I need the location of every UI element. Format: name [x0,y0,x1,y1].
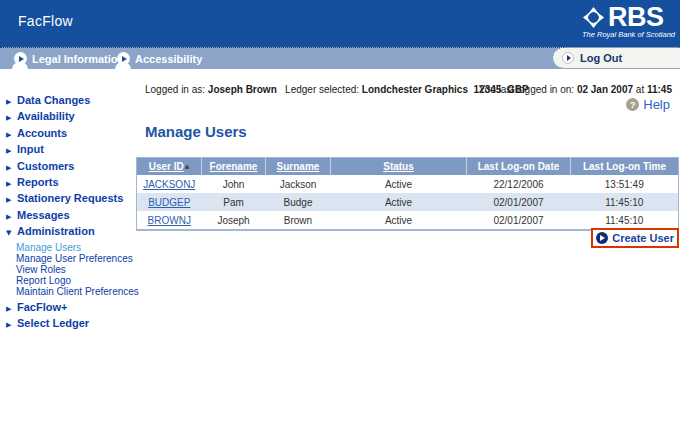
arrow-right-icon: ▶ [6,128,13,142]
sidebar-item-facflow-plus[interactable]: ▶FacFlow+ [6,300,136,316]
user-id-link[interactable]: BUDGEP [148,197,190,208]
create-user-label: Create User [612,232,674,244]
sidebar-item-data-changes[interactable]: ▶Data Changes [6,93,136,109]
sidebar-item-label: Customers [17,159,74,173]
sidebar-item-reports[interactable]: ▶Reports [6,175,136,191]
column-header-label: Last Log-on Date [478,161,560,172]
last-login-time: 11:45 [647,84,672,95]
surname-cell: Brown [266,211,331,230]
help-label: Help [643,97,670,112]
sidebar-item-label: Accounts [17,126,67,140]
sidebar-item-customers[interactable]: ▶Customers [6,159,136,175]
column-header-label: Surname [277,161,320,172]
column-header-label: Status [383,161,414,172]
ledger-label: Ledger selected: [285,84,359,95]
logged-in-value: Joseph Brown [208,84,277,95]
forename-cell: Pam [202,193,266,211]
column-header-user-id[interactable]: User ID▲ [137,158,202,176]
column-header-label: User ID [149,161,184,172]
user-id-link[interactable]: JACKSONJ [143,179,195,190]
arrow-right-icon: ▶ [6,177,13,191]
sidebar-item-stationery-requests[interactable]: ▶Stationery Requests [6,191,136,207]
column-header-label: Forename [210,161,258,172]
sidebar-item-messages[interactable]: ▶Messages [6,208,136,224]
forename-cell: John [202,175,266,193]
sidebar-item-availability[interactable]: ▶Availability [6,109,136,125]
last-logon-date-cell: 02/01/2007 [467,193,571,211]
sidebar-item-select-ledger[interactable]: ▶Select Ledger [6,316,136,332]
nav-item-label: Legal Information [32,53,124,65]
administration-submenu: Manage Users Manage User Preferences Vie… [16,242,136,297]
app-title: FacFlow [18,13,73,29]
help-icon: ? [626,98,639,111]
nav-item-accessibility[interactable]: Accessibility [117,48,202,69]
brand-name: RBS [608,4,664,30]
status-cell: Active [331,211,467,230]
column-header-label: Last Log-on Time [583,161,666,172]
column-header-last-logon-time: Last Log-on Time [571,158,679,176]
sort-asc-icon: ▲ [185,162,190,169]
arrow-right-icon: ▶ [6,318,13,332]
sidebar-item-label: Data Changes [17,93,90,107]
arrow-right-icon: ▶ [6,95,13,109]
sidebar-item-label: Input [17,142,44,156]
user-id-link[interactable]: BROWNJ [148,215,191,226]
facflow-page: FacFlow RBS The Royal Bank of Scotland [0,0,680,446]
logged-in-label: Logged in as: [145,84,205,95]
sidebar-item-label: Messages [17,208,70,222]
session-status: Logged in as: Joseph Brown Ledger select… [145,84,529,95]
last-login-status: You last logged in on: 02 Jan 2007 at 11… [479,84,672,95]
sidebar-item-label: Administration [17,224,95,238]
status-cell: Active [331,175,467,193]
last-login-date: 02 Jan 2007 [577,84,633,95]
column-header-surname[interactable]: Surname [266,158,331,176]
sidebar-item-label: Reports [17,175,59,189]
sidebar-subitem-manage-user-preferences[interactable]: Manage User Preferences [16,253,136,264]
forename-cell: Joseph [202,211,266,230]
sidebar-subitem-view-roles[interactable]: View Roles [16,264,136,275]
sidebar-item-label: Availability [17,109,75,123]
last-login-label: You last logged in on: [479,84,574,95]
nav-item-legal-information[interactable]: Legal Information [14,48,124,69]
sidebar-item-label: Stationery Requests [17,191,123,205]
table-header-row: User ID▲ Forename Surname Status Last Lo… [137,158,679,176]
page-title: Manage Users [145,123,247,140]
logout-button[interactable]: Log Out [553,47,680,68]
arrow-right-icon [596,232,608,244]
last-logon-time-cell: 13:51:49 [571,175,679,193]
arrow-right-icon: ▶ [6,161,13,175]
brand-tagline: The Royal Bank of Scotland [582,30,672,39]
app-header: FacFlow RBS The Royal Bank of Scotland [0,0,680,47]
users-table: User ID▲ Forename Surname Status Last Lo… [136,157,679,231]
arrow-right-icon: ▶ [6,144,13,158]
arrow-right-icon: ▶ [6,302,13,316]
sidebar-item-accounts[interactable]: ▶Accounts [6,126,136,142]
arrow-right-icon [14,52,27,65]
table-row: JACKSONJ John Jackson Active 22/12/2006 … [137,175,679,193]
arrow-right-icon: ▶ [6,193,13,207]
sidebar-subitem-report-logo[interactable]: Report Logo [16,275,136,286]
column-header-forename[interactable]: Forename [202,158,266,176]
arrow-right-icon: ▶ [6,111,13,125]
column-header-status[interactable]: Status [331,158,467,176]
create-user-button[interactable]: Create User [591,228,679,248]
nav-item-label: Accessibility [135,53,202,65]
table-row: BUDGEP Pam Budge Active 02/01/2007 11:45… [137,193,679,211]
sidebar-subitem-manage-users[interactable]: Manage Users [16,242,136,253]
surname-cell: Jackson [266,175,331,193]
last-logon-time-cell: 11:45:10 [571,193,679,211]
users-table-container: User ID▲ Forename Surname Status Last Lo… [136,157,678,231]
arrow-right-icon [117,52,130,65]
last-login-connector: at [636,84,644,95]
sidebar-subitem-maintain-client-preferences[interactable]: Maintain Client Preferences [16,286,136,297]
status-cell: Active [331,193,467,211]
rbs-logo: RBS The Royal Bank of Scotland [582,4,672,39]
sidebar-item-input[interactable]: ▶Input [6,142,136,158]
arrow-right-icon [562,52,574,64]
surname-cell: Budge [266,193,331,211]
sidebar-item-label: Select Ledger [17,316,89,330]
help-link[interactable]: ? Help [626,97,670,112]
last-logon-date-cell: 02/01/2007 [467,211,571,230]
sidebar-item-administration[interactable]: ▼Administration [6,224,136,240]
arrow-down-icon: ▼ [6,226,13,240]
